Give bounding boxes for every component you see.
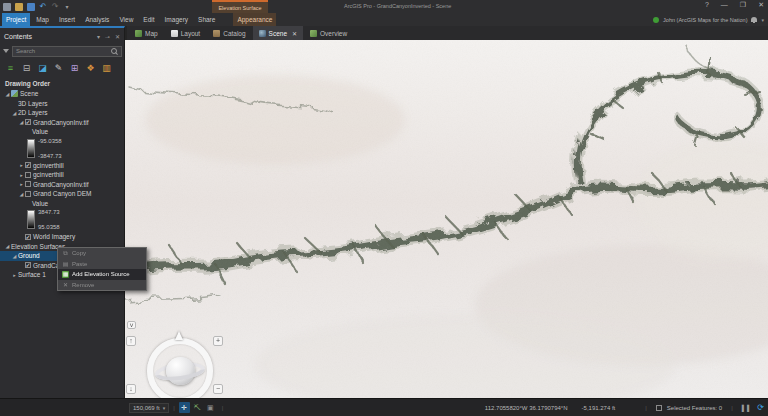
scene-view[interactable]: ˅ ↑ ↓ + − (125, 40, 768, 398)
layer-checkbox[interactable]: ✓ (25, 262, 31, 268)
expander-icon[interactable]: ▸ (18, 172, 25, 178)
list-by-charts-icon[interactable]: ▥ (100, 61, 113, 74)
pane-header-icons: ▾ ⊸ ✕ (97, 33, 120, 40)
menu-item-copy: ⧉Copy (58, 248, 146, 259)
navigator-down-button[interactable]: ↓ (126, 384, 136, 394)
navigator-globe[interactable] (166, 357, 195, 385)
list-by-label: Drawing Order (5, 80, 50, 87)
terrain-mode-icon[interactable]: ⛏ (192, 402, 203, 413)
status-right-cluster: | Selected Features: 0 | ▌▌ ⟳ (641, 403, 764, 412)
list-by-labeling-icon[interactable]: ❖ (84, 61, 97, 74)
refresh-icon[interactable]: ⟳ (757, 403, 764, 412)
pin-icon[interactable]: ⊸ (105, 33, 110, 40)
tree-item-2d-layers[interactable]: ◢2D Layers (0, 108, 124, 118)
map-icon (135, 30, 142, 37)
layer-checkbox[interactable]: ✓ (25, 234, 31, 240)
remove-icon: ✕ (62, 281, 69, 288)
navigator-up-button[interactable]: ↑ (126, 336, 136, 346)
snap-mode-icon[interactable]: ▣ (205, 402, 216, 413)
expander-icon[interactable]: ◢ (4, 91, 11, 97)
pause-drawing-icon[interactable]: ▌▌ (742, 405, 753, 411)
tree-item-gcinverthill[interactable]: ▸✓gcinverthill (0, 161, 124, 171)
ribbon-tab-map[interactable]: Map (32, 13, 53, 26)
list-by-editing-icon[interactable]: ✎ (52, 61, 65, 74)
list-by-drawing-order-icon[interactable]: ≡ (4, 61, 17, 74)
scale-dropdown[interactable]: 150,069 ft ▾ (129, 403, 169, 413)
add-elevation-source-icon: ▦ (62, 271, 69, 278)
save-project-icon[interactable] (27, 3, 35, 11)
filter-icon[interactable] (3, 49, 9, 53)
view-tab-catalog[interactable]: Catalog (207, 26, 251, 40)
tree-item-grandcanyoninv-tif[interactable]: ◢✓GrandCanyonInv.tif (0, 118, 124, 128)
tree-item-value[interactable]: Value (0, 127, 124, 137)
navigator-north-arrow[interactable] (175, 331, 183, 340)
selected-features-label[interactable]: Selected Features: 0 (667, 405, 722, 411)
help-icon[interactable]: ? (705, 1, 709, 9)
view-tab-layout[interactable]: Layout (165, 26, 207, 40)
tree-item-grandcanyoninv-tif[interactable]: ▸GrandCanyonInv.tif (0, 180, 124, 190)
layer-checkbox[interactable]: ✓ (25, 162, 31, 168)
ribbon-tab-analysis[interactable]: Analysis (81, 13, 113, 26)
expander-icon[interactable]: ◢ (18, 119, 25, 125)
layer-checkbox[interactable] (25, 172, 31, 178)
menu-item-add-elevation-source[interactable]: ▦Add Elevation Source (58, 269, 146, 280)
tree-item-scene[interactable]: ◢Scene (0, 89, 124, 99)
navigator-zoom-out-button[interactable]: − (213, 384, 223, 394)
chevron-down-icon[interactable]: ▾ (761, 17, 764, 23)
coordinate-readout[interactable]: 112.7055820°W 36.1790794°N -5,191.274 ft (485, 405, 615, 411)
ribbon-tab-appearance[interactable]: Appearance (233, 13, 276, 26)
account-area[interactable]: John (ArcGIS Maps for the Nation) ▾ (653, 13, 764, 26)
open-project-icon[interactable] (15, 3, 23, 11)
tree-item-value[interactable]: Value (0, 199, 124, 209)
view-tab-map[interactable]: Map (129, 26, 164, 40)
customize-qat-icon[interactable]: ▾ (63, 3, 71, 11)
ramp-min-value: 95.0358 (38, 224, 60, 230)
view-tab-overview[interactable]: Overview (304, 26, 353, 40)
list-by-data-source-icon[interactable]: ⊟ (20, 61, 33, 74)
expander-icon[interactable]: ◢ (18, 191, 25, 197)
expander-icon[interactable]: ◢ (4, 243, 11, 249)
ribbon-tab-insert[interactable]: Insert (55, 13, 79, 26)
list-by-selection-icon[interactable]: ◪ (36, 61, 49, 74)
view-tab-scene[interactable]: Scene✕ (253, 26, 303, 40)
menu-item-remove: ✕Remove (58, 280, 146, 291)
ribbon-tab-view[interactable]: View (115, 13, 137, 26)
layer-checkbox[interactable]: ✓ (25, 119, 31, 125)
layer-checkbox[interactable] (25, 181, 31, 187)
expander-icon[interactable]: ▸ (18, 162, 25, 168)
close-pane-icon[interactable]: ✕ (115, 33, 120, 40)
tree-item-3d-layers[interactable]: 3D Layers (0, 99, 124, 109)
ribbon-tab-imagery[interactable]: Imagery (161, 13, 192, 26)
expander-icon[interactable]: ▸ (18, 181, 25, 187)
maximize-icon[interactable]: ❐ (740, 1, 746, 9)
pane-menu-icon[interactable]: ▾ (97, 33, 100, 40)
elevation-value: -5,191.274 ft (582, 405, 616, 411)
list-by-snapping-icon[interactable]: ⊞ (68, 61, 81, 74)
notifications-bell-icon[interactable] (751, 17, 757, 22)
layer-checkbox[interactable] (25, 191, 31, 197)
expander-icon[interactable]: ◢ (11, 253, 18, 259)
redo-icon[interactable]: ↷ (51, 3, 59, 11)
close-icon[interactable]: ✕ (758, 1, 764, 9)
search-input[interactable]: Search (12, 46, 122, 57)
navigator-zoom-in-button[interactable]: + (213, 336, 223, 346)
menu-item-label: Copy (72, 250, 86, 256)
minimize-icon[interactable]: — (721, 1, 728, 9)
undo-icon[interactable]: ↶ (39, 3, 47, 11)
tree-item-world-imagery[interactable]: ✓World Imagery (0, 232, 124, 242)
navigation-mode-icon[interactable]: ✛ (179, 402, 190, 413)
separator: | (222, 405, 224, 411)
ribbon-tab-edit[interactable]: Edit (139, 13, 158, 26)
tree-item-gcinverthill[interactable]: ▸gcinverthill (0, 170, 124, 180)
new-project-icon[interactable] (3, 3, 11, 11)
ribbon-tab-share[interactable]: Share (194, 13, 219, 26)
close-tab-icon[interactable]: ✕ (292, 30, 297, 37)
separator: | (173, 405, 175, 411)
ribbon-tab-project[interactable]: Project (2, 13, 30, 26)
search-row: Search (3, 45, 122, 57)
navigator-collapse-button[interactable]: ˅ (127, 321, 136, 329)
expander-icon[interactable]: ◢ (11, 110, 18, 116)
chevron-down-icon: ▾ (163, 405, 166, 411)
tree-item-grand-canyon-dem[interactable]: ◢Grand Canyon DEM (0, 189, 124, 199)
expander-icon[interactable]: ▸ (11, 272, 18, 278)
